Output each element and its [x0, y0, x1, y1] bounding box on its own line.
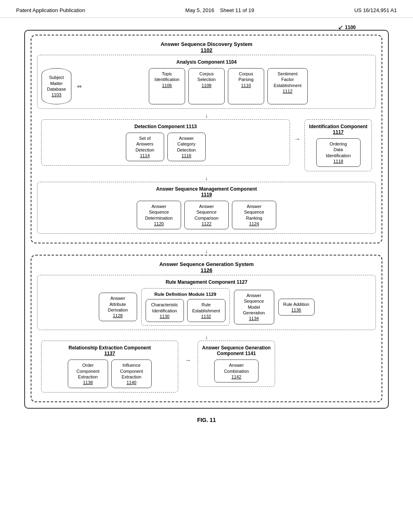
detection-to-id-arrow: → — [294, 135, 300, 143]
topic-identification-box: TopicIdentification1106 — [149, 68, 185, 104]
relationship-extraction-label: Relationship Extraction Component1137 — [46, 345, 174, 356]
characteristic-id-box: CharacteristicIdentification1130 — [146, 299, 184, 322]
outer-box-arrow: ↙ — [338, 23, 343, 31]
discovery-system-box: Answer Sequence Discovery System 1102 An… — [31, 35, 382, 243]
relationship-extraction-box: Relationship Extraction Component1137 Or… — [41, 341, 178, 393]
arrow-down-3: ↓ — [37, 333, 376, 341]
rule-def-label: Rule Definition Module 1129 — [146, 292, 225, 297]
header-center: May 5, 2016 Sheet 11 of 19 — [186, 7, 254, 13]
rule-mgmt-box: Rule Management Component 1127 AnswerAtt… — [37, 275, 376, 330]
identification-component-label: Identification Component1117 — [309, 124, 367, 135]
rule-addition-box: Rule Addition1136 — [278, 299, 315, 316]
answer-seq-determination-box: AnswerSequenceDetermination1120 — [137, 201, 181, 229]
influence-component-extraction-box: InfluenceComponentExtraction1140 — [111, 360, 152, 388]
fig-label: FIG. 11 — [24, 417, 389, 423]
answer-seq-gen-component-box: Answer Sequence GenerationComponent 1141… — [198, 341, 275, 387]
extraction-to-gen-arrow: → — [185, 357, 191, 364]
database-cylinder: SubjectMatterDatabase1103 — [42, 68, 71, 104]
rule-def-module-box: Rule Definition Module 1129 Characterist… — [141, 288, 230, 326]
answer-combination-box: AnswerCombination1142 — [214, 360, 259, 382]
outer-ref-label: 1100 — [345, 25, 356, 30]
discovery-system-label: Answer Sequence Discovery System 1102 — [37, 41, 376, 53]
analysis-component-box: Analysis Component 1104 SubjectMatterDat… — [37, 55, 376, 109]
order-component-extraction-box: OrderComponentExtraction1138 — [68, 360, 108, 388]
rule-mgmt-label: Rule Management Component 1127 — [42, 279, 371, 285]
header-left: Patent Application Publication — [16, 7, 85, 13]
header-right: US 16/124,951 A1 — [354, 7, 397, 13]
detection-component-box: Detection Component 1113 Set ofAnswersDe… — [41, 119, 290, 166]
answer-seq-comparison-box: AnswerSequenceComparison1122 — [184, 201, 229, 229]
answer-category-detection-box: AnswerCategoryDetection1116 — [167, 133, 206, 161]
sentiment-factor-box: SentimentFactorEstablishment1112 — [267, 68, 308, 104]
ordering-data-id-box: OrderingDataIdentification1118 — [316, 138, 361, 167]
identification-component-box: Identification Component1117 OrderingDat… — [305, 119, 372, 171]
rule-establishment-box: RuleEstablishment1132 — [187, 299, 225, 322]
answer-attr-derivation-box: AnswerAttributeDerivation1128 — [99, 293, 137, 321]
answer-seq-gen-label: Answer Sequence GenerationComponent 1141 — [202, 345, 271, 356]
corpus-parsing-box: CorpusParsing1110 — [228, 68, 264, 104]
set-of-answers-detection-box: Set ofAnswersDetection1114 — [126, 133, 164, 161]
page-header: Patent Application Publication May 5, 20… — [0, 0, 413, 18]
answer-seq-ranking-box: AnswerSequenceRanking1124 — [232, 201, 276, 229]
arrow-between-systems: ↓ — [31, 247, 382, 255]
analysis-component-label: Analysis Component 1104 — [42, 59, 371, 65]
arrow-down-1: ↓ — [37, 112, 376, 119]
corpus-selection-box: CorpusSelection1108 — [188, 68, 225, 104]
db-double-arrow: ⇔ — [77, 68, 82, 104]
arrow-down-2: ↓ — [37, 175, 376, 182]
management-component-label: Answer Sequence Management Component1119 — [42, 186, 371, 197]
diagram-area: ↙ 1100 Answer Sequence Discovery System … — [0, 18, 413, 435]
generation-system-box: Answer Sequence Generation System 1126 R… — [31, 255, 382, 402]
generation-system-label: Answer Sequence Generation System 1126 — [37, 261, 376, 273]
detection-component-label: Detection Component 1113 — [46, 124, 286, 129]
management-component-box: Answer Sequence Management Component1119… — [37, 182, 376, 234]
answer-seq-model-gen-box: AnswerSequenceModelGeneration1134 — [234, 290, 274, 324]
